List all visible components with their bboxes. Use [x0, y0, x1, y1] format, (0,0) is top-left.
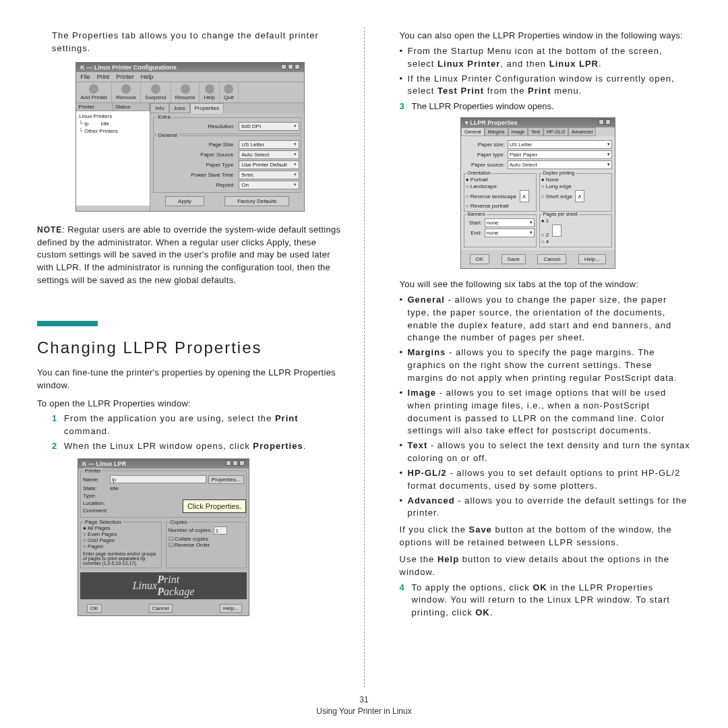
page-footer: 31 Using Your Printer in Linux: [0, 695, 728, 716]
brand-banner: Linux PrintPackage: [80, 572, 247, 599]
step-1: From the application you are using, sele…: [64, 413, 344, 438]
fig-linux-lpr: Click Properties. K — Linux LPR Printer …: [78, 458, 249, 616]
tab-margins-desc: Margins - allows you to specify the page…: [400, 346, 692, 385]
intro-left: The Properties tab allows you to change …: [52, 30, 344, 55]
menubar: FilePrintPrinterHelp: [76, 72, 304, 82]
ok-button[interactable]: OK: [470, 254, 490, 264]
section-rule: [37, 321, 344, 326]
fig-linux-printer-config: K — Linux Printer Configurations FilePri…: [75, 62, 305, 212]
para-toopen: To open the LLPR Properties window:: [37, 398, 344, 411]
help-button[interactable]: Help...: [578, 254, 606, 264]
bullet-testprint: If the Linux Printer Configuration windo…: [400, 73, 692, 98]
cancel-button[interactable]: Cancel: [537, 254, 566, 264]
note-text: NOTE: Regular users are able to override…: [37, 224, 344, 287]
section-heading: Changing LLPR Properties: [37, 338, 344, 357]
right-intro: You can also open the LLPR Properties wi…: [400, 30, 692, 42]
save-button[interactable]: Save: [502, 254, 526, 264]
fig-llpr-properties: ▾ LLPR Properties General Margins Image …: [460, 117, 615, 269]
cancel-button[interactable]: Cancel: [149, 604, 173, 613]
tab-general-desc: General - allows you to change the paper…: [400, 294, 692, 344]
toolbar: Add Printer Remove Suspend Resume Help Q…: [76, 82, 304, 103]
step-3: The LLPR Properties window opens.: [412, 100, 692, 113]
callout-click-properties: Click Properties.: [183, 499, 246, 513]
step-2: When the Linux LPR window opens, click P…: [64, 440, 344, 453]
properties-button[interactable]: Properties...: [208, 475, 244, 484]
tab-image-desc: Image - allows you to set image options …: [400, 387, 692, 437]
step-4: To apply the options, click OK in the LL…: [412, 582, 692, 620]
window-titlebar: K — Linux Printer Configurations: [76, 63, 304, 72]
save-note: If you click the Save button at the bott…: [400, 524, 692, 549]
help-button[interactable]: Help...: [220, 604, 242, 613]
tab-text-desc: Text - allows you to select the text den…: [400, 439, 692, 465]
printer-list: Linux Printers └ lp Idle └ Other Printer…: [76, 111, 150, 206]
apply-button[interactable]: Apply: [165, 196, 204, 206]
para-finetune: You can fine-tune the printer's properti…: [37, 367, 344, 392]
ok-button[interactable]: OK: [87, 604, 102, 613]
help-note: Use the Help button to view details abou…: [400, 553, 692, 579]
factory-defaults-button[interactable]: Factory Defaults: [224, 196, 289, 206]
tab-hpgl2-desc: HP-GL/2 - allows you to set default opti…: [400, 467, 692, 493]
column-divider: [364, 27, 365, 688]
tab-advanced-desc: Advanced - allows you to override the de…: [400, 495, 692, 520]
tabs-intro: You will see the following six tabs at t…: [400, 278, 692, 291]
bullet-startup: From the Startup Menu icon at the bottom…: [400, 45, 692, 71]
